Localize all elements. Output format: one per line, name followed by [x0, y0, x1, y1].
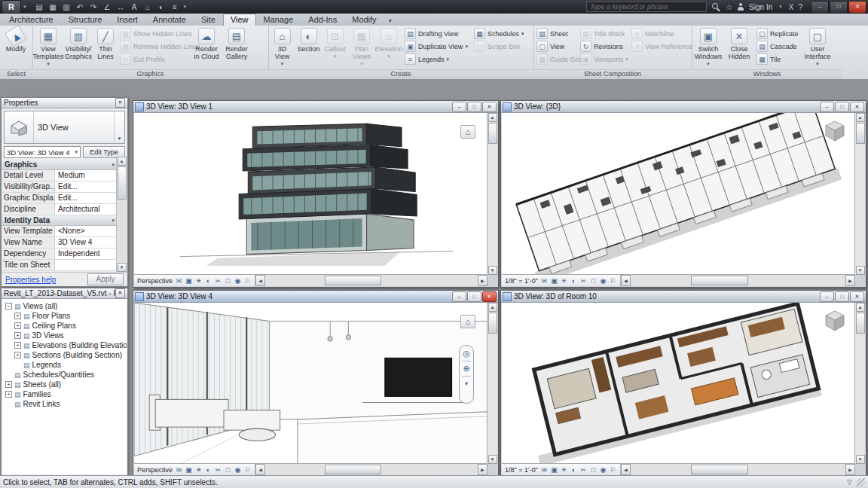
close-hidden-button[interactable]: ✕ Close Hidden: [725, 27, 753, 69]
plan-views-button[interactable]: ▦ Plan Views ▾: [349, 27, 374, 69]
visual-style-icon[interactable]: ▣: [185, 277, 193, 285]
navigation-bar[interactable]: ◎ ⊕ ▾: [459, 345, 474, 404]
sign-in-chevron-icon[interactable]: ▾: [779, 4, 782, 10]
scroll-up-icon[interactable]: ▲: [488, 113, 497, 122]
close-icon[interactable]: ✕: [115, 288, 125, 298]
view-scale-button[interactable]: 1/8" = 1'-0": [505, 277, 538, 285]
visual-style-icon[interactable]: ▣: [550, 466, 558, 474]
viewport-minimize-button[interactable]: ‒: [820, 291, 834, 302]
save-icon[interactable]: ▦: [47, 2, 60, 12]
viewport-close-button[interactable]: ✕: [850, 291, 864, 302]
view-scale-button[interactable]: Perspective: [137, 466, 173, 474]
scroll-right-icon[interactable]: ▶: [845, 275, 855, 286]
expand-toggle[interactable]: +: [14, 342, 21, 349]
vertical-scrollbar[interactable]: ▲ ▼: [854, 113, 865, 275]
qat-customize-chevron-icon[interactable]: ▾: [184, 4, 187, 10]
tree-item[interactable]: +▤Sections (Building Section): [2, 350, 127, 360]
thin-lines-icon[interactable]: ≡: [169, 2, 182, 12]
tile-button[interactable]: ▦ Tile: [755, 53, 800, 66]
section-header-identity-data[interactable]: Identity Data ▾: [2, 215, 118, 226]
scroll-up-icon[interactable]: ▲: [488, 303, 497, 312]
scroll-right-icon[interactable]: ▶: [478, 464, 487, 475]
property-value[interactable]: Edit...: [55, 193, 118, 203]
scrollbar-thumb[interactable]: [856, 123, 865, 144]
ribbon-tab-annotate[interactable]: Annotate: [145, 14, 194, 26]
viewport-restore-button[interactable]: □: [467, 102, 481, 112]
steering-wheel-icon[interactable]: ◎: [463, 349, 470, 358]
crop-region-icon[interactable]: □: [224, 277, 232, 285]
horizontal-scrollbar[interactable]: ◀ ▶: [255, 464, 487, 475]
scroll-down-icon[interactable]: ▼: [488, 455, 497, 464]
callout-button[interactable]: ⊡ Callout ▾: [322, 27, 347, 69]
property-value[interactable]: Architectural: [55, 204, 118, 215]
print-icon[interactable]: ▥: [60, 2, 73, 12]
scroll-left-icon[interactable]: ◀: [621, 275, 631, 286]
expand-toggle[interactable]: +: [14, 313, 21, 319]
redo-icon[interactable]: ↷: [87, 2, 100, 12]
viewport-restore-button[interactable]: □: [467, 291, 481, 302]
view-canvas[interactable]: ⌂: [134, 113, 487, 275]
tree-item[interactable]: ▤Revit Links: [2, 399, 127, 409]
hide-isolate-icon[interactable]: ◉: [234, 466, 242, 474]
exchange-apps-icon[interactable]: X: [789, 3, 794, 11]
crop-view-icon[interactable]: ✂: [579, 277, 588, 285]
scroll-left-icon[interactable]: ◀: [255, 464, 265, 475]
tree-item[interactable]: +▤3D Views: [2, 331, 127, 340]
reveal-hidden-icon[interactable]: ⚐: [609, 466, 617, 474]
switch-windows-button[interactable]: ▣ Switch Windows ▾: [693, 27, 723, 69]
expand-toggle[interactable]: +: [14, 352, 21, 358]
legends-button[interactable]: ≡ Legends ▾: [403, 53, 471, 66]
viewport-titlebar[interactable]: 3D View: 3D View 4 ‒ □ ✕: [133, 291, 498, 303]
crop-view-icon[interactable]: ✂: [214, 277, 222, 285]
view-canvas[interactable]: [502, 303, 855, 464]
tree-item[interactable]: ▤Legends: [2, 360, 127, 370]
expand-toggle[interactable]: +: [14, 322, 21, 329]
property-value[interactable]: [55, 260, 118, 270]
ribbon-tab-architecture[interactable]: Architecture: [2, 14, 61, 26]
render-in-cloud-button[interactable]: ☁ Render in Cloud: [192, 27, 221, 69]
scope-box-button[interactable]: ▢ Scope Box: [472, 40, 528, 53]
sun-path-icon[interactable]: ☀: [560, 277, 568, 285]
modify-button[interactable]: ▲ Modify: [2, 27, 30, 69]
shadows-icon[interactable]: ◐: [570, 277, 578, 285]
scroll-left-icon[interactable]: ◀: [621, 464, 631, 475]
scroll-up-icon[interactable]: ▲: [856, 113, 865, 122]
home-icon[interactable]: ⌂: [460, 315, 475, 328]
vertical-scrollbar[interactable]: ▲ ▼: [487, 303, 497, 464]
viewports-button[interactable]: ▣ Viewports ▾: [579, 53, 628, 66]
crop-region-icon[interactable]: □: [589, 466, 598, 474]
revisions-button[interactable]: ↻ Revisions: [579, 40, 628, 53]
ribbon-tab-structure[interactable]: Structure: [61, 14, 110, 26]
viewport-titlebar[interactable]: 3D View: 3D of Room 10 ‒ □ ✕: [501, 291, 866, 303]
undo-icon[interactable]: ↶: [74, 2, 87, 12]
scroll-left-icon[interactable]: ◀: [255, 275, 265, 286]
thin-lines-button[interactable]: ╱ Thin Lines: [94, 27, 117, 69]
tree-item[interactable]: ▤Schedules/Quantities: [2, 370, 127, 380]
scrollbar-thumb[interactable]: [856, 313, 865, 334]
scrollbar-thumb[interactable]: [325, 276, 381, 285]
visibility-graphics-button[interactable]: ▥ Visibility/ Graphics: [64, 27, 93, 69]
graphic-display-options-icon[interactable]: ✉: [175, 466, 183, 474]
ribbon-tab-add-ins[interactable]: Add-Ins: [301, 14, 344, 26]
crop-region-icon[interactable]: □: [589, 277, 598, 285]
viewport-3d-view-1[interactable]: 3D View: 3D View 1 ‒ □ ✕: [133, 100, 499, 288]
window-minimize-button[interactable]: ‒: [811, 1, 829, 14]
ribbon-minimize-chevron-icon[interactable]: ▾: [389, 17, 392, 26]
view-canvas[interactable]: ⌂ ◎ ⊕ ▾: [134, 303, 487, 464]
sheet-button[interactable]: ▤ Sheet: [535, 27, 577, 40]
reveal-hidden-icon[interactable]: ⚐: [609, 277, 617, 285]
matchline-button[interactable]: ≈ Matchline: [630, 27, 690, 40]
3d-view-button[interactable]: ⌂ 3D View ▾: [270, 27, 295, 69]
tree-item[interactable]: +▤Ceiling Plans: [2, 321, 127, 331]
view-reference-button[interactable]: ↗ View Reference: [630, 40, 690, 53]
duplicate-view-button[interactable]: ▣ Duplicate View ▾: [403, 40, 471, 53]
property-value[interactable]: Independent: [55, 249, 118, 259]
home-icon[interactable]: ⌂: [460, 125, 475, 139]
viewport-3d-default[interactable]: 3D View: {3D} ‒ □ ✕: [500, 100, 866, 288]
viewport-minimize-button[interactable]: ‒: [452, 291, 466, 302]
hide-isolate-icon[interactable]: ◉: [234, 277, 242, 285]
scrollbar-thumb[interactable]: [488, 123, 497, 144]
close-icon[interactable]: ✕: [115, 98, 125, 108]
tree-item[interactable]: +▤Floor Plans: [2, 311, 127, 321]
crop-view-icon[interactable]: ✂: [579, 466, 588, 474]
